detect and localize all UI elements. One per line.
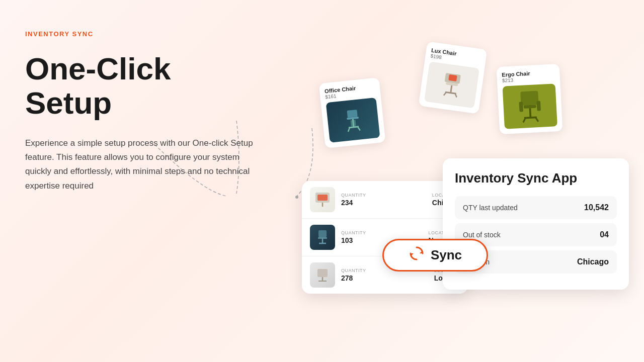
quantity-data: QUANTITY 103 — [341, 230, 366, 244]
quantity-data: QUANTITY 234 — [341, 193, 366, 207]
office-chair-card: Office Chair $161 — [319, 77, 386, 148]
stat-label: QTY last updated — [463, 204, 518, 212]
quantity-label: QUANTITY — [341, 268, 366, 273]
sync-app-title: Inventory Sync App — [455, 170, 617, 186]
item-thumbnail — [310, 187, 335, 212]
svg-line-11 — [451, 85, 452, 93]
svg-line-18 — [524, 117, 537, 118]
svg-rect-1 — [347, 110, 357, 118]
item-thumbnail — [310, 225, 335, 250]
svg-line-4 — [349, 127, 359, 128]
quantity-value: 278 — [341, 274, 366, 282]
svg-line-12 — [445, 92, 456, 94]
brand-label: INVENTORY SYNC — [25, 30, 277, 38]
svg-line-6 — [358, 127, 360, 131]
svg-rect-16 — [524, 105, 536, 109]
svg-line-14 — [455, 94, 457, 97]
svg-rect-26 — [318, 230, 327, 237]
svg-rect-10 — [448, 74, 457, 81]
ergo-chair-card: Ergo Chair $213 — [497, 64, 563, 134]
svg-rect-24 — [317, 195, 328, 201]
stat-value: 04 — [600, 230, 609, 239]
hero-description: Experience a simple setup process with o… — [25, 136, 267, 193]
svg-rect-21 — [519, 102, 524, 112]
svg-rect-27 — [318, 237, 327, 239]
svg-rect-7 — [351, 120, 356, 126]
svg-line-17 — [530, 108, 530, 118]
stat-row-qty: QTY last updated 10,542 — [455, 196, 617, 219]
stat-value: Chicago — [577, 257, 609, 266]
quantity-value: 103 — [341, 236, 366, 244]
quantity-label: QUANTITY — [341, 193, 366, 198]
svg-rect-22 — [536, 101, 541, 111]
svg-rect-30 — [317, 269, 328, 277]
hero-title: One-Click Setup — [25, 52, 277, 120]
svg-rect-15 — [520, 91, 538, 106]
sync-icon — [409, 245, 425, 265]
svg-line-13 — [444, 92, 446, 96]
svg-line-19 — [523, 118, 525, 122]
stat-value: 10,542 — [584, 203, 609, 212]
sync-button-label: Sync — [431, 247, 462, 263]
quantity-data: QUANTITY 278 — [341, 268, 366, 282]
svg-line-5 — [348, 128, 350, 132]
quantity-value: 234 — [341, 199, 366, 207]
svg-line-20 — [535, 117, 538, 122]
item-thumbnail — [310, 262, 335, 288]
stat-label: Out of stock — [463, 231, 501, 239]
quantity-label: QUANTITY — [341, 230, 366, 235]
lux-chair-card: Lux Chair $198 — [419, 41, 488, 114]
sync-button[interactable]: Sync — [382, 239, 488, 272]
